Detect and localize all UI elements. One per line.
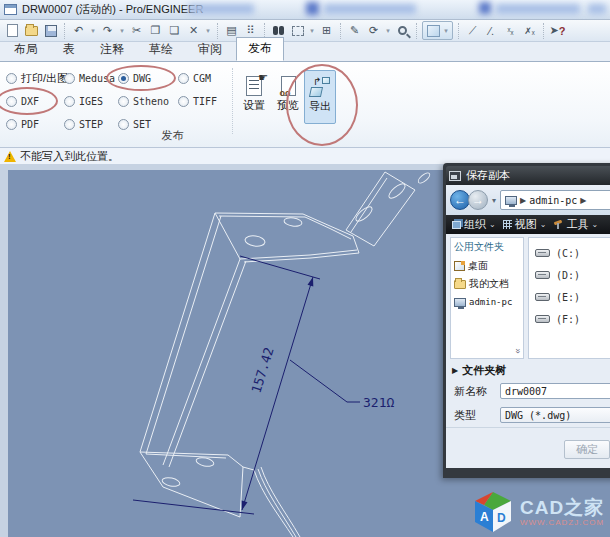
ribbon-separator [232, 68, 233, 134]
radio-icon [64, 73, 75, 84]
ok-button[interactable]: 确定 [564, 440, 610, 459]
datum-plane-toggle-icon[interactable]: ⟋ [464, 22, 481, 39]
tools-menu[interactable]: 工具⌄ [553, 217, 598, 232]
blurred-overlay [479, 2, 491, 14]
dimension-value[interactable]: 157.42 [249, 346, 277, 395]
tab-publish[interactable]: 发布 [236, 37, 284, 61]
drive-d-item[interactable]: (D:) [535, 264, 610, 286]
history-dropdown-icon[interactable]: ▾ [492, 196, 496, 205]
datum-csys-toggle-icon[interactable]: ✗ₓ [521, 22, 538, 39]
common-folders-header: 公用文件夹 [454, 240, 523, 254]
datum-point-toggle-icon[interactable]: ˣₓ [502, 22, 519, 39]
collapse-chevron-icon[interactable]: » [512, 348, 522, 353]
radio-print-plot[interactable]: 打印/出图 [6, 71, 68, 85]
common-folders-panel: 公用文件夹 桌面 我的文档 admin-pc » [450, 237, 524, 359]
undo-icon[interactable]: ↶ [70, 22, 87, 39]
toolbar-separator [543, 23, 544, 39]
publish-ribbon: 打印/出图 Medusa DWG CGM DXF IGES Stheno TIF… [0, 62, 610, 148]
view-display-group: ▾ [422, 21, 453, 40]
cadzj-url: WWW.CADZJ.COM [520, 518, 604, 527]
drive-icon [535, 315, 550, 323]
radio-cgm[interactable]: CGM [178, 71, 211, 85]
cadzj-logo-text: CAD之家 WWW.CADZJ.COM [520, 498, 604, 527]
selection-filter-icon[interactable]: ⊞ [318, 22, 335, 39]
radio-icon [64, 96, 75, 107]
zoom-icon[interactable] [394, 22, 411, 39]
context-help-icon[interactable]: ➤? [549, 22, 566, 39]
edit-icon[interactable]: ✎ [346, 22, 363, 39]
select-dropdown-icon[interactable]: ▾ [308, 22, 316, 39]
dialog-menu-bar: 组织⌄ 视图⌄ 工具⌄ [446, 215, 610, 234]
copy-icon[interactable]: ❐ [147, 22, 164, 39]
drive-c-item[interactable]: (C:) [535, 242, 610, 264]
svg-text:A: A [480, 510, 489, 524]
type-select[interactable]: DWG (*.dwg) [500, 407, 610, 423]
tab-review[interactable]: 审阅 [187, 39, 233, 61]
radio-tiff[interactable]: TIFF [178, 94, 217, 108]
svg-text:D: D [497, 511, 506, 525]
back-button[interactable]: ← [450, 190, 470, 210]
computer-icon [454, 298, 466, 307]
toolbar-separator [416, 23, 417, 39]
shading-dropdown-icon[interactable]: ▾ [442, 22, 450, 39]
drive-icon [535, 271, 550, 279]
forward-button[interactable]: → [468, 190, 488, 210]
blurred-overlay [188, 4, 254, 14]
breadcrumb[interactable]: ▶ admin-pc ▶ [500, 190, 610, 210]
annotation-circle-dxf [0, 87, 58, 115]
datum-axis-toggle-icon[interactable]: ⁄. [483, 22, 500, 39]
drive-f-item[interactable]: (F:) [535, 308, 610, 330]
tab-sketch[interactable]: 草绘 [138, 39, 184, 61]
new-file-icon[interactable] [4, 22, 21, 39]
shading-mode-icon[interactable] [425, 22, 442, 39]
blurred-overlay [324, 4, 416, 14]
dialog-title: 保存副本 [466, 168, 510, 183]
refit-dropdown-icon[interactable]: ▾ [384, 22, 392, 39]
cut-icon[interactable]: ✂ [128, 22, 145, 39]
radio-stheno[interactable]: Stheno [118, 94, 169, 108]
cadzj-watermark: A D CAD之家 WWW.CADZJ.COM [468, 487, 610, 537]
dialog-title-bar[interactable]: 保存副本 [446, 166, 610, 185]
radio-iges[interactable]: IGES [64, 94, 103, 108]
refit-icon[interactable]: ⟳ [365, 22, 382, 39]
place-my-documents[interactable]: 我的文档 [454, 275, 523, 293]
delete-icon[interactable]: ✕ [185, 22, 202, 39]
organize-menu[interactable]: 组织⌄ [452, 217, 496, 232]
views-menu[interactable]: 视图⌄ [503, 217, 547, 232]
redo-dropdown-icon[interactable]: ▾ [118, 22, 126, 39]
redo-icon[interactable]: ↷ [99, 22, 116, 39]
place-admin-pc[interactable]: admin-pc [454, 293, 523, 311]
annotation-circle-dwg [106, 65, 176, 91]
cadzj-cube-icon: A D [472, 490, 514, 534]
expander-arrow-icon: ▶ [452, 366, 458, 375]
dialog-body: 公用文件夹 桌面 我的文档 admin-pc » (C:) (D:) [446, 234, 610, 362]
tab-layout[interactable]: 布局 [3, 39, 49, 61]
folder-tree-expander[interactable]: ▶ 文件夹树 [446, 362, 610, 379]
place-desktop[interactable]: 桌面 [454, 257, 523, 275]
computer-icon [505, 196, 517, 205]
status-message-bar: 不能写入到此位置。 [0, 148, 610, 164]
type-row: 类型 DWG (*.dwg) [446, 403, 610, 427]
undo-dropdown-icon[interactable]: ▾ [89, 22, 97, 39]
radio-icon [178, 96, 189, 107]
save-icon[interactable] [42, 22, 59, 39]
app-icon [4, 4, 17, 15]
radio-icon [118, 96, 129, 107]
annotation-circle-export [286, 64, 358, 146]
dialog-navigation-bar: ← → ▾ ▶ admin-pc ▶ [446, 185, 610, 215]
toolbar-separator [458, 23, 459, 39]
blurred-overlay [588, 4, 606, 14]
drive-e-item[interactable]: (E:) [535, 286, 610, 308]
settings-button[interactable]: 设置 [238, 70, 270, 124]
delete-dropdown-icon[interactable]: ▾ [204, 22, 212, 39]
toolbar-separator [64, 23, 65, 39]
tab-table[interactable]: 表 [52, 39, 86, 61]
select-marquee-icon[interactable] [289, 22, 306, 39]
tab-annotate[interactable]: 注释 [89, 39, 135, 61]
resistance-label[interactable]: 321Ω [363, 395, 394, 410]
new-name-input[interactable] [500, 383, 610, 399]
open-file-icon[interactable] [23, 22, 40, 39]
paste-icon[interactable]: ❏ [166, 22, 183, 39]
views-icon [503, 220, 512, 229]
desktop-icon [454, 261, 465, 271]
